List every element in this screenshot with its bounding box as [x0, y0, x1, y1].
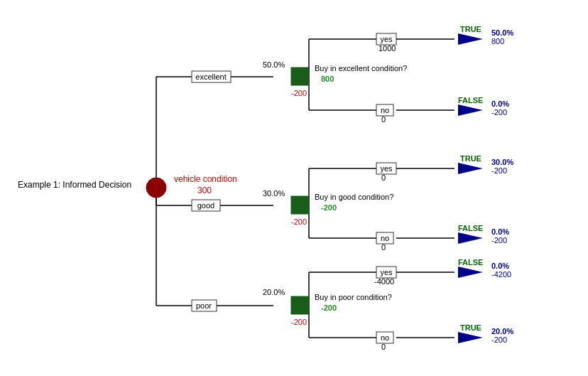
- node-value-excellent: -200: [291, 89, 307, 97]
- question-excellent: Buy in excellent condition?: [315, 64, 407, 72]
- outcome-label: TRUE: [460, 154, 481, 163]
- terminal-false: [458, 232, 483, 244]
- branch-label: no: [381, 106, 389, 114]
- page-title: Example 1: Informed Decision: [18, 180, 131, 190]
- node-value-good: -200: [291, 217, 307, 226]
- decision-tree-svg: yes no yes no yes no TRUE FALSE TRUE FAL…: [0, 0, 588, 376]
- question-poor: Buy in poor condition?: [315, 293, 392, 301]
- branch-prob: 30.0%: [263, 189, 285, 198]
- outcome-label: TRUE: [460, 25, 481, 33]
- branch-label: yes: [380, 268, 393, 276]
- prob-right: 50.0%: [491, 28, 513, 37]
- outcome-label: FALSE: [458, 224, 483, 232]
- question-value-excellent: 800: [321, 75, 334, 83]
- branch-value: 0: [381, 115, 386, 124]
- terminal-true: [458, 33, 483, 45]
- chance-node-good: [291, 196, 309, 214]
- question-value-good: -200: [321, 203, 337, 212]
- question-value-poor: -200: [321, 304, 337, 312]
- branch-value: 0: [381, 173, 386, 182]
- root-node: [146, 178, 166, 198]
- prob-right: 30.0%: [491, 158, 513, 166]
- chance-node-poor: [291, 296, 309, 314]
- terminal-true: [458, 332, 483, 343]
- outcome-label: FALSE: [458, 96, 483, 104]
- branch-label: yes: [380, 164, 393, 173]
- outcome-label: FALSE: [458, 258, 483, 267]
- branch-value: 0: [381, 343, 386, 351]
- root-label: vehicle condition: [174, 174, 237, 184]
- prob-right: 0.0%: [491, 227, 509, 236]
- terminal-false: [458, 104, 483, 116]
- terminal-true: [458, 163, 483, 174]
- node-value-poor: -200: [291, 318, 307, 326]
- branch-label: no: [381, 333, 389, 342]
- chance-branch-label-excellent: excellent: [195, 72, 226, 81]
- value-right: -4200: [491, 270, 511, 279]
- question-good: Buy in good condition?: [315, 193, 393, 201]
- branch-label: yes: [380, 35, 393, 43]
- prob-right: 0.0%: [491, 262, 509, 270]
- terminal-false: [458, 267, 483, 278]
- prob-right: 0.0%: [491, 100, 509, 108]
- outcome-label: TRUE: [460, 323, 481, 332]
- chance-branch-label-good: good: [197, 201, 214, 210]
- branch-label: no: [381, 234, 389, 242]
- branch-value: 0: [381, 243, 386, 252]
- value-right: -200: [491, 108, 507, 117]
- value-right: -200: [491, 166, 507, 175]
- chance-branch-label-poor: poor: [196, 301, 212, 310]
- branch-prob: 50.0%: [263, 60, 285, 69]
- prob-right: 20.0%: [491, 327, 513, 335]
- branch-prob: 20.0%: [263, 288, 285, 296]
- chance-node-excellent: [291, 68, 309, 85]
- branch-value: 1000: [379, 44, 396, 53]
- value-right: -200: [491, 236, 507, 245]
- branch-value: -4000: [374, 277, 394, 286]
- value-right: 800: [491, 37, 504, 45]
- root-value: 300: [197, 186, 212, 195]
- value-right: -200: [491, 335, 507, 344]
